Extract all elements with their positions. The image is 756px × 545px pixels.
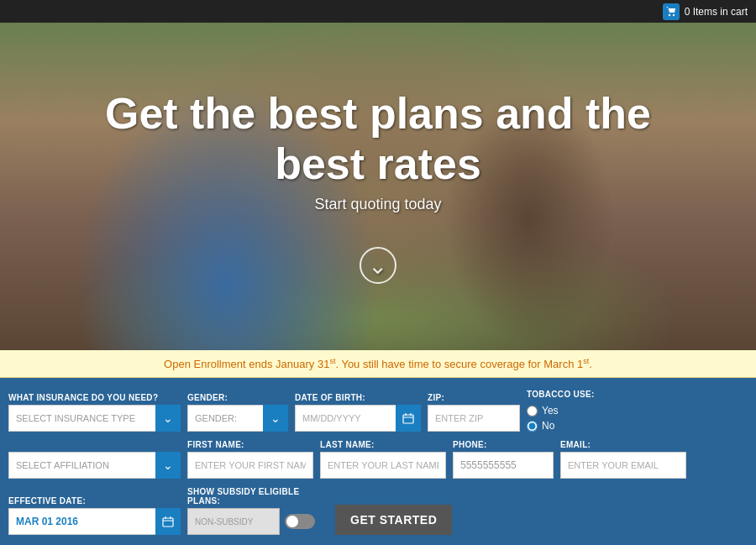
fname-input[interactable] [187,452,313,479]
gender-select[interactable]: GENDER: Male Female [187,405,288,432]
cart-icon [663,3,680,20]
effdate-calendar-icon[interactable] [155,508,181,535]
dob-input-wrapper[interactable] [295,405,421,432]
lname-group: LAST NAME: [320,440,446,479]
subsidy-group: SHOW SUBSIDY ELIGIBLE PLANS: [187,487,322,535]
enrollment-banner: Open Enrollment ends January 31st. You s… [0,350,756,378]
lname-input[interactable] [320,452,446,479]
gender-label: GENDER: [187,393,288,402]
affiliation-group: SELECT AFFILIATION ⌄ [8,440,181,479]
email-input[interactable] [560,452,686,479]
hero-content: Get the best plans and the best rates St… [105,89,651,285]
insurance-select-wrapper[interactable]: SELECT INSURANCE TYPE ⌄ [8,405,181,432]
subsidy-label: SHOW SUBSIDY ELIGIBLE PLANS: [187,487,322,506]
affiliation-select-wrapper[interactable]: SELECT AFFILIATION ⌄ [8,452,181,479]
svg-point-0 [669,14,670,16]
dob-calendar-icon[interactable] [396,405,421,432]
email-group: EMAIL: [560,440,686,479]
subsidy-input [187,508,280,535]
gender-group: GENDER: GENDER: Male Female ⌄ [187,393,288,432]
affiliation-select[interactable]: SELECT AFFILIATION [8,452,181,479]
zip-label: ZIP: [428,393,520,402]
form-row-2: SELECT AFFILIATION ⌄ FIRST NAME: LAST NA… [8,440,748,479]
phone-input[interactable] [453,452,554,479]
cart-area[interactable]: 0 Items in cart [663,3,748,20]
svg-point-1 [673,14,675,16]
hero-title: Get the best plans and the best rates [105,89,651,190]
tobacco-no-option[interactable]: No [527,420,636,432]
tobacco-radio-group: Yes No [527,405,636,432]
form-row-1: WHAT INSURANCE DO YOU NEED? SELECT INSUR… [8,390,748,432]
effdate-label: EFFECTIVE DATE: [8,496,181,506]
phone-group: PHONE: [453,440,554,479]
insurance-label: WHAT INSURANCE DO YOU NEED? [8,393,181,402]
tobacco-no-radio[interactable] [527,421,538,432]
tobacco-yes-radio[interactable] [527,406,538,417]
scroll-down-icon[interactable]: ⌄ [360,247,396,284]
toggle-slider-icon [285,514,315,529]
effdate-group: EFFECTIVE DATE: [8,496,181,535]
tobacco-yes-option[interactable]: Yes [527,405,636,417]
form-row-3: EFFECTIVE DATE: SHOW SUBSIDY ELIGIBLE PL… [8,487,748,535]
affiliation-label [8,440,181,449]
svg-rect-2 [403,415,413,423]
effdate-input-wrapper[interactable] [8,508,181,535]
gender-select-wrapper[interactable]: GENDER: Male Female ⌄ [187,405,288,432]
subsidy-toggle-wrapper [187,508,322,535]
zip-input[interactable] [428,405,520,432]
subsidy-toggle[interactable] [285,514,315,529]
tobacco-group: TOBACCO USE: Yes No [527,390,636,432]
fname-group: FIRST NAME: [187,440,313,479]
tobacco-label: TOBACCO USE: [527,390,636,399]
phone-label: PHONE: [453,440,554,449]
email-label: EMAIL: [560,440,686,449]
lname-label: LAST NAME: [320,440,446,449]
hero-subtitle: Start quoting today [105,196,651,213]
top-bar: 0 Items in cart [0,0,756,23]
zip-group: ZIP: [428,393,520,432]
get-started-button[interactable]: GET STARTED [335,505,452,535]
quote-form-section: WHAT INSURANCE DO YOU NEED? SELECT INSUR… [0,378,756,545]
svg-rect-6 [163,518,173,527]
getstarted-group: GET STARTED [335,505,452,535]
insurance-group: WHAT INSURANCE DO YOU NEED? SELECT INSUR… [8,393,181,432]
hero-section: Get the best plans and the best rates St… [0,23,756,350]
dob-group: DATE OF BIRTH: [295,393,421,432]
fname-label: FIRST NAME: [187,440,313,449]
insurance-select[interactable]: SELECT INSURANCE TYPE [8,405,181,432]
dob-label: DATE OF BIRTH: [295,393,421,402]
cart-label: 0 Items in cart [685,6,748,18]
